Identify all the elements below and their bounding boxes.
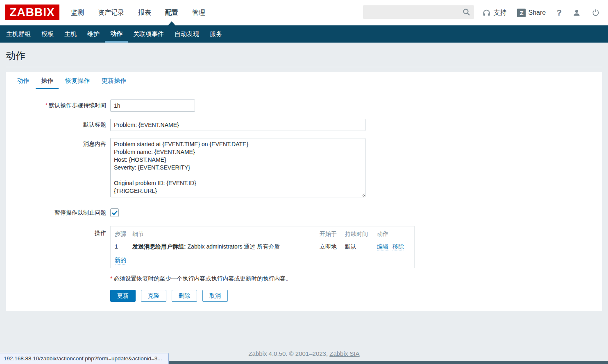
update-button[interactable]: 更新 — [110, 290, 136, 302]
required-note: *必须设置恢复时的至少一个执行内容或执行内容或更新时的执行内容。 — [110, 275, 602, 283]
search-box — [363, 5, 474, 19]
menu-administration[interactable]: 管理 — [192, 9, 205, 17]
default-subject-row: 默认标题 — [6, 119, 602, 131]
required-asterisk: * — [45, 102, 48, 109]
headset-icon — [482, 9, 491, 17]
pause-row: 暂停操作以制止问题 — [6, 208, 602, 217]
share-link[interactable]: Z Share — [517, 9, 546, 17]
menu-monitoring[interactable]: 监测 — [71, 9, 84, 17]
form-buttons: 更新 克隆 删除 取消 — [110, 290, 602, 302]
page-title: 动作 — [6, 43, 602, 67]
operations-label: 操作 — [6, 226, 106, 237]
subnav-actions[interactable]: 动作 — [105, 25, 128, 43]
action-edit-card: 动作 操作 恢复操作 更新操作 *默认操作步骤持续时间 默认标题 — [6, 72, 602, 311]
main-menu: 监测 资产记录 报表 配置 管理 — [71, 0, 205, 25]
operations-table-header: 步骤 细节 开始于 持续时间 动作 — [115, 231, 410, 238]
top-bar: ZABBIX 监测 资产记录 报表 配置 管理 支持 Z Share ? — [0, 0, 608, 25]
person-icon — [572, 9, 581, 17]
col-action: 动作 — [377, 231, 410, 238]
page-content: 动作 动作 操作 恢复操作 更新操作 *默认操作步骤持续时间 默认标题 — [0, 43, 608, 364]
support-label: 支持 — [493, 9, 506, 17]
help-button[interactable]: ? — [556, 8, 562, 18]
browser-status-url: 192.168.88.10/zabbix/actionconf.php?form… — [0, 353, 169, 364]
zabbix-share-icon: Z — [517, 9, 526, 17]
footer-version-text: Zabbix 4.0.50. © 2001–2023, — [248, 350, 329, 357]
menu-configuration[interactable]: 配置 — [165, 9, 178, 17]
zabbix-sia-link[interactable]: Zabbix SIA — [329, 350, 359, 357]
message-label: 消息内容 — [6, 138, 106, 148]
active-menu-pointer — [168, 21, 175, 25]
logout-button[interactable] — [592, 9, 600, 17]
subnav-discovery[interactable]: 自动发现 — [169, 25, 204, 43]
op-start: 立即地 — [320, 243, 345, 251]
op-details: 发送消息给用户群组: Zabbix administrators 通过 所有介质 — [132, 243, 320, 251]
profile-button[interactable] — [572, 9, 581, 17]
message-row: 消息内容 Problem started at {EVENT.TIME} on … — [6, 138, 602, 199]
step-duration-input[interactable] — [110, 99, 195, 112]
checkmark-icon — [112, 210, 118, 215]
pause-checkbox[interactable] — [110, 208, 119, 217]
op-duration: 默认 — [345, 243, 377, 251]
remove-operation-link[interactable]: 移除 — [392, 243, 404, 251]
config-subnav: 主机群组 模板 主机 维护 动作 关联项事件 自动发现 服务 — [0, 25, 608, 43]
topbar-actions: 支持 Z Share ? — [482, 0, 600, 25]
message-textarea[interactable]: Problem started at {EVENT.TIME} on {EVEN… — [110, 138, 365, 197]
pause-label: 暂停操作以制止问题 — [6, 208, 106, 217]
col-step: 步骤 — [115, 231, 132, 238]
menu-inventory[interactable]: 资产记录 — [98, 9, 124, 17]
col-duration: 持续时间 — [345, 231, 377, 238]
zabbix-logo[interactable]: ZABBIX — [5, 5, 59, 20]
clone-button[interactable]: 克隆 — [141, 290, 166, 302]
subnav-hosts[interactable]: 主机 — [59, 25, 82, 43]
op-step: 1 — [115, 243, 132, 251]
support-link[interactable]: 支持 — [482, 9, 506, 17]
subnav-event-correlation[interactable]: 关联项事件 — [128, 25, 169, 43]
power-icon — [592, 9, 600, 17]
menu-reports[interactable]: 报表 — [138, 9, 151, 17]
operations-form: *默认操作步骤持续时间 默认标题 消息内容 Problem started at… — [6, 89, 602, 302]
tab-update-operations[interactable]: 更新操作 — [96, 72, 132, 89]
subnav-host-groups[interactable]: 主机群组 — [1, 25, 36, 43]
default-subject-label: 默认标题 — [6, 119, 106, 129]
search-icon[interactable] — [463, 8, 470, 16]
new-operation-link[interactable]: 新的 — [115, 257, 126, 265]
step-duration-row: *默认操作步骤持续时间 — [6, 99, 602, 112]
subnav-templates[interactable]: 模板 — [36, 25, 59, 43]
delete-button[interactable]: 删除 — [172, 290, 197, 302]
tab-recovery-operations[interactable]: 恢复操作 — [60, 72, 95, 89]
operations-row: 操作 步骤 细节 开始于 持续时间 动作 1 发送消息给用户群组: Zabbix… — [6, 226, 602, 268]
step-duration-label: *默认操作步骤持续时间 — [6, 99, 106, 109]
col-start-in: 开始于 — [320, 231, 345, 238]
search-input[interactable] — [363, 5, 474, 19]
tab-operations[interactable]: 操作 — [36, 72, 59, 89]
required-asterisk: * — [110, 275, 112, 282]
tab-bar: 动作 操作 恢复操作 更新操作 — [6, 72, 602, 89]
table-row: 1 发送消息给用户群组: Zabbix administrators 通过 所有… — [115, 243, 410, 251]
tab-action[interactable]: 动作 — [11, 72, 34, 89]
col-details: 细节 — [132, 231, 320, 238]
subnav-services[interactable]: 服务 — [204, 25, 227, 43]
cancel-button[interactable]: 取消 — [202, 290, 228, 302]
default-subject-input[interactable] — [110, 119, 365, 131]
share-label: Share — [528, 9, 546, 16]
edit-operation-link[interactable]: 编辑 — [377, 243, 388, 251]
subnav-maintenance[interactable]: 维护 — [82, 25, 105, 43]
operations-table: 步骤 细节 开始于 持续时间 动作 1 发送消息给用户群组: Zabbix ad… — [110, 226, 415, 268]
